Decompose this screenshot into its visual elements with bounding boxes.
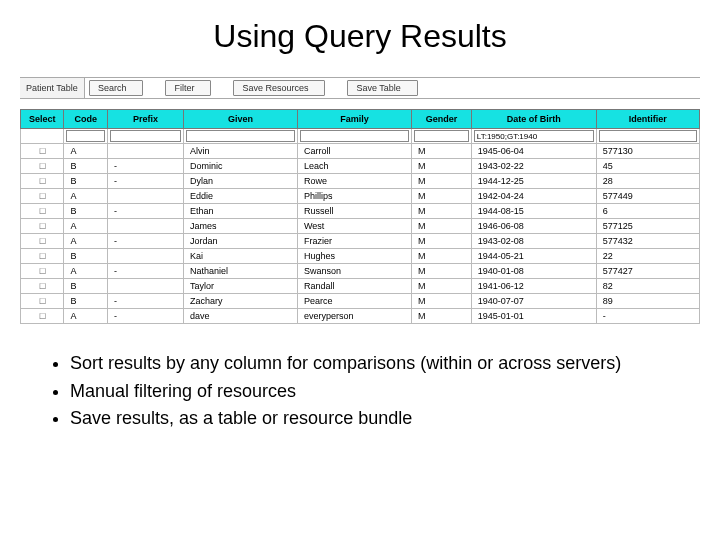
- select-cell[interactable]: ☐: [21, 159, 64, 174]
- given-cell: Taylor: [183, 279, 297, 294]
- dob-cell: 1940-01-08: [471, 264, 596, 279]
- code-cell: B: [64, 174, 107, 189]
- family-cell: West: [298, 219, 412, 234]
- gender-cell: M: [412, 174, 472, 189]
- col-prefix[interactable]: Prefix: [107, 110, 183, 129]
- family-cell: Leach: [298, 159, 412, 174]
- table-row[interactable]: ☐BTaylorRandallM1941-06-1282: [21, 279, 700, 294]
- prefix-cell: [107, 249, 183, 264]
- given-cell: Eddie: [183, 189, 297, 204]
- panel-label: Patient Table: [20, 78, 85, 98]
- filter-button[interactable]: Filter: [165, 80, 211, 96]
- results-table: Select Code Prefix Given Family Gender D…: [20, 109, 700, 324]
- table-row[interactable]: ☐BKaiHughesM1944-05-2122: [21, 249, 700, 264]
- ident-cell: 577449: [596, 189, 699, 204]
- prefix-cell: -: [107, 309, 183, 324]
- ident-cell: 45: [596, 159, 699, 174]
- filter-code[interactable]: [66, 130, 104, 142]
- ident-cell: 28: [596, 174, 699, 189]
- filter-prefix[interactable]: [110, 130, 181, 142]
- col-gender[interactable]: Gender: [412, 110, 472, 129]
- filter-family[interactable]: [300, 130, 409, 142]
- select-cell[interactable]: ☐: [21, 144, 64, 159]
- header-row: Select Code Prefix Given Family Gender D…: [21, 110, 700, 129]
- col-dob[interactable]: Date of Birth: [471, 110, 596, 129]
- filter-ident[interactable]: [599, 130, 697, 142]
- toolbar: Patient Table Search Filter Save Resourc…: [20, 77, 700, 99]
- col-given[interactable]: Given: [183, 110, 297, 129]
- prefix-cell: -: [107, 264, 183, 279]
- code-cell: A: [64, 144, 107, 159]
- search-button[interactable]: Search: [89, 80, 144, 96]
- table-row[interactable]: ☐A-NathanielSwansonM1940-01-08577427: [21, 264, 700, 279]
- filter-row: [21, 129, 700, 144]
- ident-cell: -: [596, 309, 699, 324]
- bullet-item: Sort results by any column for compariso…: [70, 352, 670, 375]
- family-cell: Phillips: [298, 189, 412, 204]
- select-cell[interactable]: ☐: [21, 189, 64, 204]
- select-cell[interactable]: ☐: [21, 234, 64, 249]
- given-cell: Kai: [183, 249, 297, 264]
- code-cell: B: [64, 249, 107, 264]
- given-cell: James: [183, 219, 297, 234]
- ident-cell: 89: [596, 294, 699, 309]
- ident-cell: 577125: [596, 219, 699, 234]
- filter-gender[interactable]: [414, 130, 469, 142]
- code-cell: B: [64, 279, 107, 294]
- table-row[interactable]: ☐A-daveeverypersonM1945-01-01-: [21, 309, 700, 324]
- save-resources-button[interactable]: Save Resources: [233, 80, 325, 96]
- select-cell[interactable]: ☐: [21, 294, 64, 309]
- ident-cell: 577432: [596, 234, 699, 249]
- gender-cell: M: [412, 234, 472, 249]
- dob-cell: 1945-01-01: [471, 309, 596, 324]
- prefix-cell: -: [107, 159, 183, 174]
- table-row[interactable]: ☐A-JordanFrazierM1943-02-08577432: [21, 234, 700, 249]
- family-cell: Rowe: [298, 174, 412, 189]
- given-cell: Ethan: [183, 204, 297, 219]
- app-screenshot: Patient Table Search Filter Save Resourc…: [20, 77, 700, 324]
- dob-cell: 1940-07-07: [471, 294, 596, 309]
- select-cell[interactable]: ☐: [21, 204, 64, 219]
- family-cell: everyperson: [298, 309, 412, 324]
- family-cell: Frazier: [298, 234, 412, 249]
- code-cell: A: [64, 264, 107, 279]
- table-row[interactable]: ☐B-ZacharyPearceM1940-07-0789: [21, 294, 700, 309]
- gender-cell: M: [412, 309, 472, 324]
- given-cell: Jordan: [183, 234, 297, 249]
- filter-dob[interactable]: [474, 130, 594, 142]
- select-cell[interactable]: ☐: [21, 309, 64, 324]
- select-cell[interactable]: ☐: [21, 219, 64, 234]
- gender-cell: M: [412, 159, 472, 174]
- col-code[interactable]: Code: [64, 110, 107, 129]
- gender-cell: M: [412, 219, 472, 234]
- table-row[interactable]: ☐AAlvinCarrollM1945-06-04577130: [21, 144, 700, 159]
- family-cell: Hughes: [298, 249, 412, 264]
- prefix-cell: -: [107, 234, 183, 249]
- save-table-button[interactable]: Save Table: [347, 80, 417, 96]
- select-cell[interactable]: ☐: [21, 279, 64, 294]
- prefix-cell: [107, 279, 183, 294]
- select-cell[interactable]: ☐: [21, 249, 64, 264]
- col-select[interactable]: Select: [21, 110, 64, 129]
- gender-cell: M: [412, 279, 472, 294]
- table-row[interactable]: ☐B-EthanRussellM1944-08-156: [21, 204, 700, 219]
- col-ident[interactable]: Identifier: [596, 110, 699, 129]
- code-cell: B: [64, 159, 107, 174]
- ident-cell: 577130: [596, 144, 699, 159]
- select-cell[interactable]: ☐: [21, 264, 64, 279]
- gender-cell: M: [412, 189, 472, 204]
- dob-cell: 1941-06-12: [471, 279, 596, 294]
- select-cell[interactable]: ☐: [21, 174, 64, 189]
- table-row[interactable]: ☐AJamesWestM1946-06-08577125: [21, 219, 700, 234]
- family-cell: Pearce: [298, 294, 412, 309]
- ident-cell: 577427: [596, 264, 699, 279]
- col-family[interactable]: Family: [298, 110, 412, 129]
- gender-cell: M: [412, 264, 472, 279]
- bullet-item: Save results, as a table or resource bun…: [70, 407, 670, 430]
- filter-given[interactable]: [186, 130, 295, 142]
- dob-cell: 1945-06-04: [471, 144, 596, 159]
- family-cell: Carroll: [298, 144, 412, 159]
- table-row[interactable]: ☐B-DylanRoweM1944-12-2528: [21, 174, 700, 189]
- table-row[interactable]: ☐AEddiePhillipsM1942-04-24577449: [21, 189, 700, 204]
- table-row[interactable]: ☐B-DominicLeachM1943-02-2245: [21, 159, 700, 174]
